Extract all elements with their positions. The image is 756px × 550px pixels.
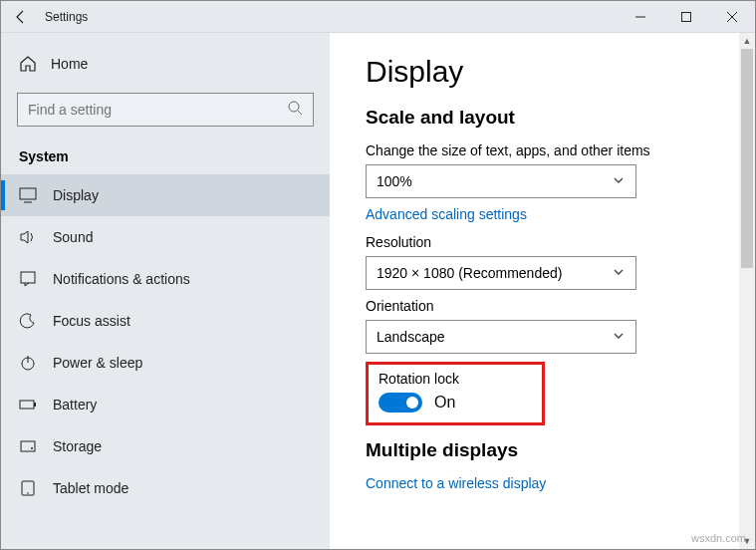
scale-label: Change the size of text, apps, and other… — [366, 142, 719, 158]
rotation-label: Rotation lock — [378, 371, 532, 387]
svg-point-4 — [289, 102, 299, 112]
window-title: Settings — [45, 10, 88, 24]
power-icon — [19, 354, 37, 372]
scrollbar[interactable]: ▲ ▼ — [739, 33, 755, 549]
toggle-knob — [406, 397, 418, 409]
focus-assist-icon — [19, 312, 37, 330]
section-title: System — [1, 131, 330, 174]
svg-point-16 — [27, 492, 29, 494]
sidebar-item-tablet-mode[interactable]: Tablet mode — [1, 467, 330, 509]
sidebar-item-label: Display — [53, 187, 99, 203]
sidebar-item-label: Sound — [53, 229, 93, 245]
sidebar-item-storage[interactable]: Storage — [1, 425, 330, 467]
search-input[interactable] — [28, 102, 287, 118]
orientation-label: Orientation — [366, 298, 719, 314]
body: Home System Display Sound Notifications … — [1, 33, 755, 549]
scrollbar-thumb[interactable] — [741, 49, 753, 268]
sidebar-item-focus-assist[interactable]: Focus assist — [1, 300, 330, 342]
chevron-down-icon — [612, 265, 626, 282]
sidebar-item-display[interactable]: Display — [1, 174, 330, 216]
search-icon — [287, 100, 303, 120]
advanced-scaling-link[interactable]: Advanced scaling settings — [366, 206, 719, 222]
svg-rect-13 — [21, 441, 35, 451]
section-multiple-displays: Multiple displays — [366, 439, 719, 461]
watermark: wsxdn.com — [691, 532, 746, 544]
home-item[interactable]: Home — [1, 45, 330, 83]
resolution-label: Resolution — [366, 234, 719, 250]
rotation-value: On — [434, 394, 455, 412]
notifications-icon — [19, 270, 37, 288]
resolution-value: 1920 × 1080 (Recommended) — [377, 265, 562, 281]
storage-icon — [19, 437, 37, 455]
sidebar: Home System Display Sound Notifications … — [1, 33, 330, 549]
sidebar-item-battery[interactable]: Battery — [1, 384, 330, 425]
maximize-button[interactable] — [663, 1, 709, 33]
home-label: Home — [51, 56, 88, 72]
wireless-display-link[interactable]: Connect to a wireless display — [366, 475, 719, 491]
sidebar-item-power-sleep[interactable]: Power & sleep — [1, 342, 330, 384]
chevron-down-icon — [612, 329, 626, 346]
scrollbar-up[interactable]: ▲ — [739, 33, 755, 49]
close-button[interactable] — [709, 1, 755, 33]
home-icon — [19, 55, 37, 73]
svg-point-14 — [31, 447, 33, 449]
svg-line-5 — [298, 111, 302, 115]
svg-rect-12 — [34, 403, 36, 407]
svg-rect-8 — [21, 272, 35, 283]
chevron-down-icon — [612, 173, 626, 190]
titlebar: Settings — [1, 1, 755, 33]
orientation-value: Landscape — [377, 329, 445, 345]
search-box[interactable] — [17, 93, 314, 127]
display-icon — [19, 186, 37, 204]
sidebar-item-notifications[interactable]: Notifications & actions — [1, 258, 330, 300]
sidebar-item-label: Focus assist — [53, 313, 130, 329]
svg-rect-1 — [682, 12, 691, 21]
minimize-button[interactable] — [618, 1, 663, 33]
sound-icon — [19, 228, 37, 246]
sidebar-item-label: Tablet mode — [53, 480, 128, 496]
settings-window: Settings Home System Display Sound — [0, 0, 756, 550]
sidebar-item-sound[interactable]: Sound — [1, 216, 330, 258]
scale-value: 100% — [377, 173, 412, 189]
rotation-toggle[interactable] — [378, 393, 422, 412]
scale-select[interactable]: 100% — [366, 164, 636, 198]
sidebar-item-label: Storage — [53, 438, 102, 454]
rotation-lock-highlight: Rotation lock On — [366, 362, 545, 425]
content-area: Display Scale and layout Change the size… — [330, 33, 755, 549]
orientation-select[interactable]: Landscape — [366, 320, 636, 354]
sidebar-item-label: Battery — [53, 397, 97, 412]
sidebar-item-label: Power & sleep — [53, 355, 142, 371]
back-button[interactable] — [1, 9, 41, 25]
svg-rect-6 — [20, 188, 36, 199]
sidebar-item-label: Notifications & actions — [53, 271, 190, 287]
page-title: Display — [366, 55, 719, 89]
resolution-select[interactable]: 1920 × 1080 (Recommended) — [366, 256, 636, 290]
battery-icon — [19, 396, 37, 413]
section-scale-layout: Scale and layout — [366, 107, 719, 129]
tablet-icon — [19, 479, 37, 497]
svg-rect-11 — [20, 401, 34, 409]
